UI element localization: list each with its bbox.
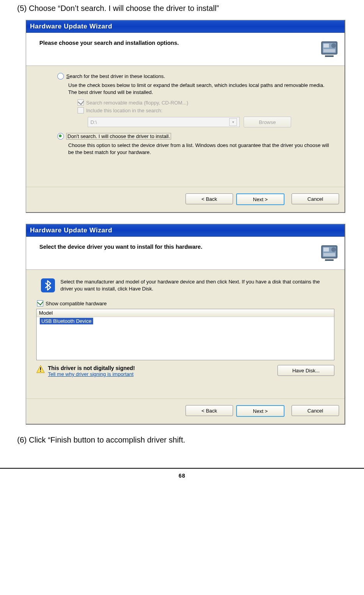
next-button[interactable]: Next > bbox=[236, 193, 284, 205]
dialog1-button-bar: < Back Next > Cancel bbox=[26, 187, 345, 212]
checkbox-icon bbox=[37, 300, 43, 306]
dialog1-body: Search for the best driver in these loca… bbox=[26, 66, 345, 187]
svg-rect-10 bbox=[323, 253, 335, 256]
checkbox-include-location[interactable]: Include this location in the search: bbox=[78, 107, 337, 113]
checkbox-icon bbox=[78, 107, 84, 113]
svg-rect-4 bbox=[323, 49, 335, 52]
dialog-select-driver: Hardware Update Wizard Select the device… bbox=[26, 224, 345, 425]
svg-rect-11 bbox=[325, 259, 334, 261]
step-6-instruction: (6) Click “Finish button to accomplish d… bbox=[17, 436, 347, 444]
checkbox-icon bbox=[78, 99, 84, 106]
radio-dont-search-desc: Choose this option to select the device … bbox=[68, 142, 333, 156]
browse-button[interactable]: Browse bbox=[244, 117, 291, 128]
checkbox-removable-media-label: Search removable media (floppy, CD-ROM..… bbox=[86, 100, 188, 106]
dialog-search-options: Hardware Update Wizard Please choose you… bbox=[26, 20, 345, 213]
svg-rect-2 bbox=[323, 44, 329, 48]
back-button[interactable]: < Back bbox=[186, 405, 233, 416]
dialog2-body: Select the manufacturer and model of you… bbox=[26, 270, 345, 398]
cancel-button[interactable]: Cancel bbox=[292, 193, 339, 204]
back-button[interactable]: < Back bbox=[186, 193, 233, 204]
hardware-icon bbox=[320, 243, 339, 262]
radio-search-best[interactable]: Search for the best driver in these loca… bbox=[57, 73, 337, 80]
page-number: 68 bbox=[0, 473, 364, 488]
checkbox-removable-media[interactable]: Search removable media (floppy, CD-ROM..… bbox=[78, 99, 337, 106]
checkbox-include-location-label: Include this location in the search: bbox=[86, 108, 163, 113]
model-list-item-selected[interactable]: USB Bluetooth Device bbox=[40, 318, 93, 324]
bluetooth-icon bbox=[41, 278, 55, 292]
warning-icon bbox=[36, 365, 45, 374]
checkbox-show-compatible[interactable]: Show compatible hardware bbox=[37, 300, 334, 306]
model-list[interactable]: Model USB Bluetooth Device bbox=[36, 309, 334, 360]
dialog1-header-title: Please choose your search and installati… bbox=[39, 39, 179, 46]
svg-rect-15 bbox=[40, 371, 41, 372]
location-combo-value: D:\ bbox=[90, 119, 97, 125]
radio-dont-search-label: Don't search. I will choose the driver t… bbox=[66, 133, 171, 140]
driver-signing-link[interactable]: Tell me why driver signing is important bbox=[48, 371, 134, 377]
dialog1-header: Please choose your search and installati… bbox=[26, 33, 345, 66]
hardware-icon bbox=[320, 39, 339, 58]
svg-rect-5 bbox=[325, 55, 334, 57]
titlebar-2: Hardware Update Wizard bbox=[26, 224, 345, 237]
dialog2-header-title: Select the device driver you want to ins… bbox=[39, 243, 202, 250]
cancel-button[interactable]: Cancel bbox=[292, 405, 339, 416]
radio-icon bbox=[57, 73, 64, 80]
next-button[interactable]: Next > bbox=[236, 405, 284, 417]
radio-icon-checked bbox=[57, 133, 64, 140]
dialog2-intro: Select the manufacturer and model of you… bbox=[60, 278, 325, 292]
svg-point-3 bbox=[331, 43, 336, 48]
location-combo[interactable]: D:\ ▾ bbox=[88, 117, 240, 127]
chevron-down-icon: ▾ bbox=[229, 118, 237, 126]
driver-not-signed-title: This driver is not digitally signed! bbox=[48, 365, 135, 371]
titlebar-1: Hardware Update Wizard bbox=[26, 20, 345, 33]
model-list-header: Model bbox=[37, 309, 334, 317]
radio-search-best-desc: Use the check boxes below to limit or ex… bbox=[68, 82, 333, 96]
have-disk-button[interactable]: Have Disk... bbox=[277, 365, 334, 376]
step-5-instruction: (5) Choose “Don’t search. I will choose … bbox=[17, 4, 347, 13]
svg-rect-14 bbox=[40, 367, 41, 370]
dialog2-header: Select the device driver you want to ins… bbox=[26, 237, 345, 270]
dialog2-button-bar: < Back Next > Cancel bbox=[26, 398, 345, 424]
svg-rect-8 bbox=[323, 248, 329, 251]
radio-dont-search[interactable]: Don't search. I will choose the driver t… bbox=[57, 133, 337, 140]
radio-search-best-label: Search for the best driver in these loca… bbox=[66, 73, 165, 79]
checkbox-show-compatible-label: Show compatible hardware bbox=[46, 301, 107, 306]
footer-divider bbox=[0, 468, 364, 469]
svg-point-9 bbox=[331, 247, 336, 252]
